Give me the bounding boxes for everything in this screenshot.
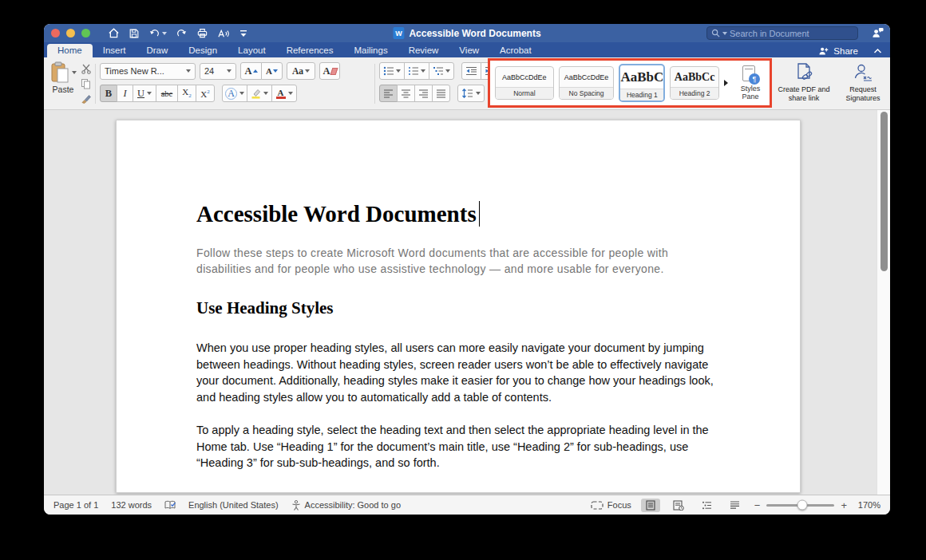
font-name-select[interactable]: Times New R... <box>100 63 196 80</box>
print-icon[interactable] <box>196 27 208 39</box>
tab-references[interactable]: References <box>276 44 344 57</box>
clear-formatting-button[interactable]: A <box>319 62 340 80</box>
zoom-out-button[interactable]: − <box>754 499 761 511</box>
multilevel-list-button[interactable] <box>429 62 454 80</box>
tab-layout[interactable]: Layout <box>228 44 276 57</box>
draft-view-button[interactable] <box>725 499 745 511</box>
zoom-slider-thumb[interactable] <box>797 500 807 511</box>
zoom-slider[interactable] <box>766 504 834 507</box>
superscript-button[interactable]: X2 <box>196 85 215 102</box>
doc-paragraph-3: To apply a heading style, select the hea… <box>196 422 724 471</box>
word-count[interactable]: 132 words <box>111 500 152 510</box>
strikethrough-button[interactable]: abc <box>156 85 178 102</box>
minimize-window-button[interactable] <box>66 29 75 37</box>
style-heading2[interactable]: AaBbCc Heading 2 <box>670 66 719 100</box>
styles-pane-button[interactable]: ¶ Styles Pane <box>736 65 765 101</box>
scrollbar-thumb[interactable] <box>880 112 888 271</box>
cut-button[interactable] <box>81 64 92 74</box>
paste-dropdown-caret[interactable] <box>72 71 77 74</box>
highlight-color-button[interactable] <box>247 85 272 102</box>
home-icon[interactable] <box>108 27 120 39</box>
paste-clipboard-icon <box>50 61 69 84</box>
doc-heading2: Use Heading Styles <box>196 298 724 318</box>
document-page[interactable]: Accessible Word Documents Follow these s… <box>116 120 801 493</box>
print-layout-view-button[interactable] <box>641 499 660 512</box>
underline-button[interactable]: U <box>133 85 156 102</box>
text-effects-button[interactable]: A <box>222 85 247 102</box>
doc-paragraph-2: When you use proper heading styles, all … <box>196 340 724 405</box>
subscript-button[interactable]: X2 <box>177 85 196 102</box>
search-scope-caret[interactable] <box>722 32 727 35</box>
request-signatures-label: Request Signatures <box>836 85 890 102</box>
tab-home[interactable]: Home <box>47 44 93 57</box>
presenter-icon[interactable] <box>871 26 884 39</box>
style-heading1-selected[interactable]: AaBbC Heading 1 <box>619 64 665 102</box>
style-heading2-label: Heading 2 <box>671 87 718 99</box>
zoom-in-button[interactable]: + <box>841 499 847 511</box>
gallery-more-arrow[interactable] <box>724 80 728 86</box>
tab-acrobat[interactable]: Acrobat <box>489 44 542 57</box>
search-box[interactable] <box>706 26 858 40</box>
request-signatures-button[interactable]: Request Signatures <box>836 62 890 102</box>
style-no-spacing[interactable]: AaBbCcDdEe No Spacing <box>559 66 615 100</box>
font-color-button[interactable]: A <box>271 85 297 102</box>
undo-icon[interactable] <box>148 28 167 39</box>
line-spacing-button[interactable] <box>457 85 485 102</box>
font-group: Times New R... 24 A A Aa <box>100 62 371 102</box>
outline-view-button[interactable] <box>697 499 717 511</box>
tab-draw[interactable]: Draw <box>136 44 178 57</box>
collapse-ribbon-icon[interactable] <box>873 48 882 54</box>
italic-button[interactable]: I <box>117 85 133 102</box>
spellcheck-status[interactable] <box>164 500 176 510</box>
format-painter-button[interactable] <box>81 93 92 104</box>
close-window-button[interactable] <box>51 29 60 37</box>
focus-button[interactable]: Focus <box>591 500 631 510</box>
search-input[interactable] <box>730 29 841 38</box>
tab-review[interactable]: Review <box>398 44 449 57</box>
accessibility-status[interactable]: Accessibility: Good to go <box>291 500 401 511</box>
copy-button[interactable] <box>81 78 92 89</box>
spellcheck-book-icon <box>164 500 176 510</box>
create-pdf-button[interactable]: Create PDF and share link <box>777 62 831 102</box>
share-person-icon <box>818 46 829 56</box>
page-count[interactable]: Page 1 of 1 <box>53 500 98 510</box>
redo-icon[interactable] <box>176 28 188 39</box>
undo-dropdown-caret[interactable] <box>162 32 167 35</box>
request-signatures-icon <box>853 62 873 83</box>
tab-design[interactable]: Design <box>178 44 228 57</box>
vertical-scrollbar[interactable] <box>877 110 890 495</box>
doc-paragraph-intro: Follow these steps to create Microsoft W… <box>196 246 724 277</box>
save-icon[interactable] <box>129 28 140 39</box>
toolbar-options-icon[interactable] <box>239 29 248 38</box>
align-right-button[interactable] <box>414 85 433 102</box>
zoom-window-button[interactable] <box>81 29 90 37</box>
decrease-indent-button[interactable] <box>461 62 481 80</box>
immersive-reader-view-button[interactable] <box>668 499 689 512</box>
focus-icon <box>591 501 603 510</box>
tab-insert[interactable]: Insert <box>93 44 137 57</box>
accessibility-text: Accessibility: Good to go <box>305 500 401 510</box>
font-size-select[interactable]: 24 <box>200 63 236 80</box>
language-status[interactable]: English (United States) <box>188 500 279 510</box>
shrink-font-button[interactable]: A <box>261 62 283 80</box>
bold-button[interactable]: B <box>100 85 117 102</box>
create-pdf-icon <box>793 62 814 83</box>
grow-font-button[interactable]: A <box>240 62 262 80</box>
numbering-button[interactable] <box>404 62 429 80</box>
paste-button[interactable]: Paste <box>49 61 77 104</box>
zoom-level[interactable]: 170% <box>853 500 880 510</box>
style-normal[interactable]: AaBbCcDdEe Normal <box>495 66 554 100</box>
align-center-button[interactable] <box>397 85 415 102</box>
shrink-font-label: A <box>266 66 272 76</box>
change-case-button[interactable]: Aa <box>287 62 315 80</box>
styles-pane-label: Styles Pane <box>736 85 765 101</box>
focus-label: Focus <box>607 500 631 510</box>
align-left-button[interactable] <box>379 85 398 102</box>
tab-view[interactable]: View <box>449 44 489 57</box>
bullets-button[interactable] <box>379 62 405 80</box>
style-normal-label: Normal <box>496 87 553 99</box>
justify-button[interactable] <box>432 85 450 102</box>
share-button[interactable]: Share <box>833 46 858 56</box>
read-aloud-icon[interactable] <box>217 28 230 39</box>
tab-mailings[interactable]: Mailings <box>343 44 398 57</box>
